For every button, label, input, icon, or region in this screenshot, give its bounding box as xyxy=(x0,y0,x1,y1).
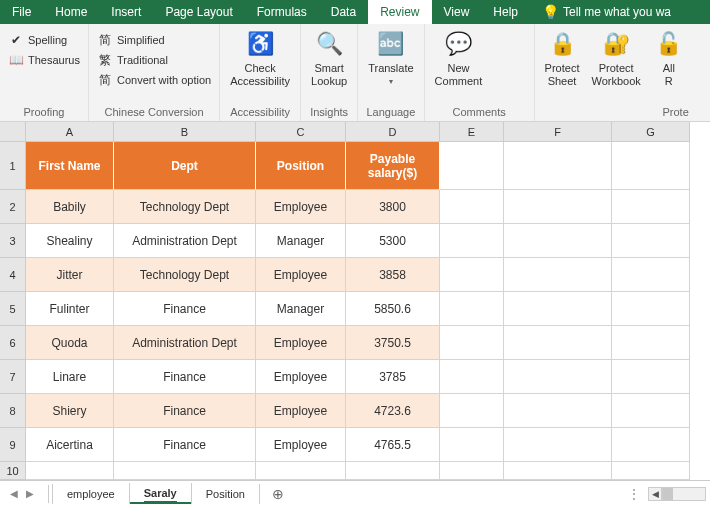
cell[interactable]: Jitter xyxy=(26,258,114,292)
scroll-track[interactable] xyxy=(662,487,706,501)
row-header[interactable]: 6 xyxy=(0,326,26,360)
cell[interactable]: Administration Dept xyxy=(114,224,256,258)
cell[interactable]: Technology Dept xyxy=(114,190,256,224)
cell[interactable] xyxy=(612,292,690,326)
new-comment-button[interactable]: 💬 New Comment xyxy=(429,26,489,90)
translate-button[interactable]: 🔤 Translate ▾ xyxy=(362,26,419,88)
cell[interactable]: 3785 xyxy=(346,360,440,394)
cell[interactable] xyxy=(440,360,504,394)
cell[interactable]: Fulinter xyxy=(26,292,114,326)
cell[interactable] xyxy=(114,462,256,480)
cell[interactable]: 3858 xyxy=(346,258,440,292)
sheet-tab-position[interactable]: Position xyxy=(191,484,260,504)
row-header[interactable]: 10 xyxy=(0,462,26,480)
menu-data[interactable]: Data xyxy=(319,0,368,24)
sheet-tab-saraly[interactable]: Saraly xyxy=(129,483,192,505)
col-header-a[interactable]: A xyxy=(26,122,114,142)
menu-page-layout[interactable]: Page Layout xyxy=(153,0,244,24)
cell[interactable]: 3800 xyxy=(346,190,440,224)
cell[interactable] xyxy=(504,394,612,428)
smart-lookup-button[interactable]: 🔍 Smart Lookup xyxy=(305,26,353,90)
cell[interactable] xyxy=(612,360,690,394)
cell[interactable]: Employee xyxy=(256,360,346,394)
protect-workbook-button[interactable]: 🔐 Protect Workbook xyxy=(585,26,646,90)
cell[interactable] xyxy=(612,462,690,480)
cell[interactable] xyxy=(504,190,612,224)
cell[interactable] xyxy=(504,142,612,190)
col-header-e[interactable]: E xyxy=(440,122,504,142)
menu-review[interactable]: Review xyxy=(368,0,431,24)
sheet-nav-next[interactable]: ▶ xyxy=(22,488,38,499)
row-header[interactable]: 3 xyxy=(0,224,26,258)
menu-home[interactable]: Home xyxy=(43,0,99,24)
cell[interactable]: Position xyxy=(256,142,346,190)
cell[interactable] xyxy=(612,258,690,292)
cell[interactable]: Shealiny xyxy=(26,224,114,258)
traditional-button[interactable]: 繁 Traditional xyxy=(93,50,172,70)
cell[interactable]: Dept xyxy=(114,142,256,190)
cell[interactable] xyxy=(346,462,440,480)
spelling-button[interactable]: ✔ Spelling xyxy=(4,30,71,50)
cell[interactable]: Finance xyxy=(114,428,256,462)
cell[interactable]: 3750.5 xyxy=(346,326,440,360)
cell[interactable] xyxy=(612,394,690,428)
cell[interactable] xyxy=(440,258,504,292)
scroll-thumb[interactable] xyxy=(663,488,673,500)
cell[interactable]: Employee xyxy=(256,326,346,360)
cell[interactable]: Employee xyxy=(256,394,346,428)
cell[interactable]: Employee xyxy=(256,428,346,462)
cell[interactable]: Quoda xyxy=(26,326,114,360)
cell[interactable] xyxy=(440,462,504,480)
scroll-left-button[interactable]: ◀ xyxy=(648,487,662,501)
cell[interactable]: Administration Dept xyxy=(114,326,256,360)
cell[interactable]: 4723.6 xyxy=(346,394,440,428)
cell[interactable] xyxy=(504,428,612,462)
col-header-d[interactable]: D xyxy=(346,122,440,142)
cell[interactable] xyxy=(504,258,612,292)
menu-help[interactable]: Help xyxy=(481,0,530,24)
cell[interactable] xyxy=(504,292,612,326)
cell[interactable] xyxy=(440,326,504,360)
col-header-b[interactable]: B xyxy=(114,122,256,142)
cell[interactable]: Employee xyxy=(256,190,346,224)
simplified-button[interactable]: 简 Simplified xyxy=(93,30,169,50)
cell[interactable] xyxy=(256,462,346,480)
sheet-nav-prev[interactable]: ◀ xyxy=(6,488,22,499)
cell[interactable]: Manager xyxy=(256,224,346,258)
cell[interactable]: 5300 xyxy=(346,224,440,258)
cell[interactable]: Employee xyxy=(256,258,346,292)
cell[interactable]: Finance xyxy=(114,394,256,428)
cell[interactable]: Linare xyxy=(26,360,114,394)
cell[interactable] xyxy=(440,428,504,462)
cell[interactable] xyxy=(612,428,690,462)
cell[interactable]: Payable salary($) xyxy=(346,142,440,190)
cell[interactable]: 4765.5 xyxy=(346,428,440,462)
cell[interactable]: Finance xyxy=(114,360,256,394)
convert-button[interactable]: 简 Convert with option xyxy=(93,70,215,90)
cell[interactable] xyxy=(504,326,612,360)
menu-file[interactable]: File xyxy=(0,0,43,24)
menu-formulas[interactable]: Formulas xyxy=(245,0,319,24)
col-header-g[interactable]: G xyxy=(612,122,690,142)
col-header-c[interactable]: C xyxy=(256,122,346,142)
cell[interactable] xyxy=(440,394,504,428)
col-header-f[interactable]: F xyxy=(504,122,612,142)
row-header[interactable]: 1 xyxy=(0,142,26,190)
row-header[interactable]: 7 xyxy=(0,360,26,394)
cell[interactable] xyxy=(26,462,114,480)
row-header[interactable]: 5 xyxy=(0,292,26,326)
row-header[interactable]: 9 xyxy=(0,428,26,462)
sheet-tab-employee[interactable]: employee xyxy=(52,484,130,504)
cell[interactable] xyxy=(504,462,612,480)
cell[interactable]: Babily xyxy=(26,190,114,224)
cell[interactable] xyxy=(612,190,690,224)
cell[interactable]: Aicertina xyxy=(26,428,114,462)
protect-sheet-button[interactable]: 🔒 Protect Sheet xyxy=(539,26,586,90)
menu-view[interactable]: View xyxy=(432,0,482,24)
thesaurus-button[interactable]: 📖 Thesaurus xyxy=(4,50,84,70)
cell[interactable] xyxy=(504,224,612,258)
menu-insert[interactable]: Insert xyxy=(99,0,153,24)
cell[interactable]: First Name xyxy=(26,142,114,190)
cell[interactable] xyxy=(440,190,504,224)
row-header[interactable]: 8 xyxy=(0,394,26,428)
